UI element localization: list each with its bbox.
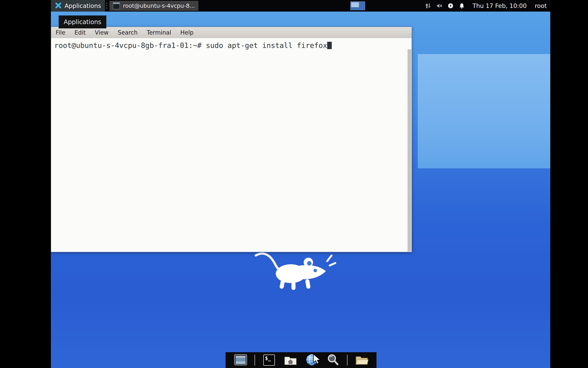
panel-grip[interactable] [106, 2, 108, 10]
menu-terminal[interactable]: Terminal [147, 29, 171, 36]
menu-search[interactable]: Search [118, 29, 137, 36]
terminal-menubar: File Edit View Search Terminal Help [51, 27, 411, 38]
mouse-cursor [313, 354, 321, 366]
xfce-x-icon [55, 2, 62, 10]
terminal-scrollbar[interactable] [407, 49, 411, 252]
home-folder-icon [283, 353, 297, 367]
display-icon [234, 353, 248, 367]
terminal-window: File Edit View Search Terminal Help root… [51, 27, 412, 252]
terminal-window-icon [113, 2, 120, 9]
xfce-mouse-logo [251, 250, 339, 294]
dock: $_ [225, 352, 376, 368]
terminal-prompt: root@ubuntu-s-4vcpu-8gb-fra1-01:~# [54, 41, 202, 50]
menu-help[interactable]: Help [180, 29, 193, 36]
workspace-window-thumb [351, 2, 359, 7]
terminal-output-area[interactable]: root@ubuntu-s-4vcpu-8gb-fra1-01:~#sudo a… [51, 38, 411, 252]
dock-item-files[interactable] [354, 353, 369, 367]
dock-item-finder[interactable] [326, 353, 340, 367]
applications-menu-button[interactable]: Applications [51, 0, 105, 12]
bell-icon[interactable] [458, 2, 465, 9]
power-manager-icon[interactable] [447, 2, 454, 9]
dock-separator [347, 355, 347, 366]
top-panel: Applications root@ubuntu-s-4vcpu-8... [51, 0, 550, 12]
applications-menu-label: Applications [65, 2, 101, 9]
dock-separator [254, 355, 255, 366]
terminal-command: sudo apt-get install firefox [206, 41, 327, 50]
workspace-switcher[interactable] [350, 1, 365, 10]
screen: Applications root@ubuntu-s-4vcpu-8... [0, 0, 588, 368]
dock-item-terminal[interactable]: $_ [262, 353, 276, 367]
wallpaper-highlight [418, 54, 550, 168]
terminal-scrollbar-thumb[interactable] [408, 49, 411, 251]
system-tray [425, 2, 465, 9]
dock-item-desktop[interactable] [233, 353, 248, 367]
terminal-prompt-line: root@ubuntu-s-4vcpu-8gb-fra1-01:~#sudo a… [54, 41, 405, 50]
folder-icon [354, 353, 368, 367]
volume-muted-icon[interactable] [436, 2, 443, 9]
panel-clock[interactable]: Thu 17 Feb, 10:00 [473, 2, 527, 9]
menu-file[interactable]: File [56, 29, 65, 36]
menu-edit[interactable]: Edit [75, 29, 86, 36]
desktop: Applications root@ubuntu-s-4vcpu-8... [51, 0, 550, 368]
taskbar-window-label: root@ubuntu-s-4vcpu-8... [123, 2, 195, 9]
menu-view[interactable]: View [95, 29, 109, 36]
dock-item-home[interactable] [283, 353, 298, 367]
xterm-glyph: $_ [265, 355, 271, 361]
panel-username: root [535, 2, 547, 9]
taskbar-window-button[interactable]: root@ubuntu-s-4vcpu-8... [110, 1, 198, 11]
network-icon[interactable] [425, 2, 431, 9]
applications-tooltip: Applications [59, 15, 106, 28]
terminal-cursor [327, 42, 332, 49]
xterm-icon: $_ [263, 355, 275, 366]
magnifier-icon [326, 353, 340, 367]
